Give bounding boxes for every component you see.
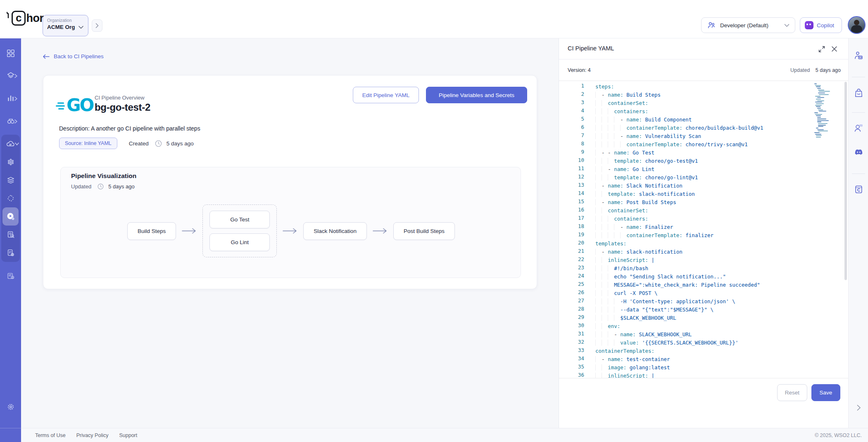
- footer-link-privacy[interactable]: Privacy Policy: [76, 432, 109, 438]
- sidebar-item-ci-pipelines[interactable]: [2, 207, 19, 226]
- sidebar-item-test-reports[interactable]: [1, 226, 20, 244]
- sidebar-item-overview[interactable]: [0, 44, 21, 62]
- sidebar-item-automations[interactable]: [1, 153, 20, 171]
- binoculars-icon: [6, 116, 15, 126]
- rail-divider: [852, 77, 865, 77]
- role-selector[interactable]: Developer (Default): [701, 17, 795, 33]
- footer-copyright: © 2025, WSO2 LLC.: [815, 432, 862, 438]
- users-icon: [707, 21, 716, 30]
- rail-item-choreo-docs[interactable]: [849, 181, 868, 197]
- updated-label: Updated: [71, 183, 91, 190]
- copilot-label: Copilot: [817, 22, 834, 29]
- go-logo: GO: [56, 95, 93, 115]
- grid-icon: [6, 49, 15, 58]
- close-icon[interactable]: [831, 46, 837, 52]
- rail-item-marketplace[interactable]: [849, 85, 868, 101]
- yaml-panel-title: CI Pipeline YAML: [568, 45, 614, 52]
- created-value: 5 days ago: [166, 140, 194, 147]
- fullscreen-icon[interactable]: [818, 46, 825, 52]
- rail-item-discord[interactable]: [849, 144, 868, 160]
- pipeline-overview-card: GO CI Pipeline Overview bg-go-test-2 Edi…: [43, 75, 537, 289]
- dots-cluster-icon: [6, 157, 15, 166]
- chevron-down-icon: [15, 143, 19, 145]
- role-value: Developer (Default): [720, 22, 780, 29]
- flow-node-go-lint[interactable]: Go Lint: [209, 233, 270, 251]
- sidebar-item-devops[interactable]: [1, 135, 20, 153]
- yaml-updated-label: Updated: [790, 67, 810, 73]
- bar-chart-icon: [6, 94, 15, 103]
- editor-code-content[interactable]: steps: - name: Build Steps containerSet:…: [595, 83, 763, 378]
- created-label: Created: [129, 140, 149, 147]
- yaml-version: Version: 4: [568, 67, 591, 73]
- editor-line-numbers: 1234567891011121314151617181920212223242…: [559, 83, 584, 378]
- logo-mark: c: [12, 11, 26, 26]
- clock-icon: [155, 140, 162, 147]
- flow-node-post-build-steps[interactable]: Post Build Steps: [393, 222, 455, 240]
- pipeline-flow-diagram: Build Steps Go Test Go Lint Slack Notifi…: [61, 194, 521, 268]
- flow-node-build-steps[interactable]: Build Steps: [127, 222, 176, 240]
- play-circle-icon: [6, 211, 16, 221]
- sidebar-item-settings[interactable]: [0, 398, 21, 416]
- rail-expand-button[interactable]: [849, 401, 868, 414]
- flow-arrow-icon: [373, 228, 388, 234]
- user-avatar[interactable]: [848, 16, 866, 34]
- chevron-down-icon: [78, 26, 83, 29]
- scrollbar-thumb[interactable]: [844, 82, 847, 280]
- editor-scrollbar[interactable]: [844, 82, 847, 377]
- yaml-updated-value: 5 days ago: [816, 67, 841, 73]
- editor-minimap[interactable]: [814, 83, 829, 138]
- gear-icon: [6, 402, 15, 411]
- app-root: choreo Organization ACME Org Developer (…: [0, 0, 868, 442]
- flow-node-slack-notification[interactable]: Slack Notification: [303, 222, 367, 240]
- clipboard-clock-icon: [6, 271, 15, 280]
- pipeline-variables-secrets-button[interactable]: Pipeline Variables and Secrets: [426, 87, 527, 103]
- sidebar-item-discover[interactable]: [0, 112, 21, 130]
- document-gear-icon: [6, 248, 15, 257]
- back-to-ci-pipelines-link[interactable]: Back to CI Pipelines: [43, 53, 104, 59]
- sidebar-item-audit-logs[interactable]: [0, 267, 21, 285]
- sidebar-item-components[interactable]: [0, 67, 21, 85]
- chevron-right-icon: [14, 119, 17, 124]
- right-rail: [848, 38, 868, 428]
- yaml-code-editor[interactable]: 1234567891011121314151617181920212223242…: [559, 81, 849, 378]
- document-check-search-icon: [6, 230, 15, 239]
- chevron-right-icon: [856, 404, 861, 411]
- reset-button[interactable]: Reset: [777, 384, 807, 401]
- layers-diamond-icon: [6, 71, 15, 80]
- source-badge: Source: Inline YAML: [59, 138, 117, 149]
- go-logo-text: GO: [67, 97, 93, 114]
- sidebar-devops-group: [1, 135, 20, 262]
- sidebar-divider: [0, 428, 21, 428]
- arrow-left-icon: [43, 54, 50, 59]
- sidebar-item-observability[interactable]: [0, 89, 21, 107]
- organization-label: Organization: [47, 18, 84, 23]
- footer-link-terms[interactable]: Terms of Use: [35, 432, 66, 438]
- choreo-doc-icon: [854, 184, 864, 195]
- organization-selector[interactable]: Organization ACME Org: [43, 15, 88, 36]
- save-button[interactable]: Save: [811, 384, 840, 401]
- chevron-right-icon: [95, 23, 99, 28]
- sidebar-item-sync[interactable]: [1, 189, 20, 207]
- chevron-right-icon: [14, 74, 17, 78]
- dotted-diamond-icon: [6, 194, 15, 203]
- sidebar-item-stacks[interactable]: [1, 171, 20, 189]
- copilot-button[interactable]: Copilot: [800, 17, 842, 33]
- panel-divider: [559, 59, 849, 59]
- chevron-down-icon: [784, 24, 790, 27]
- breadcrumb-next-button[interactable]: [92, 19, 102, 32]
- rail-item-developer-portal[interactable]: [849, 48, 868, 64]
- rail-divider: [852, 112, 865, 113]
- rail-divider: [852, 173, 865, 174]
- back-link-label: Back to CI Pipelines: [54, 53, 104, 59]
- discord-icon: [853, 147, 864, 158]
- flow-node-go-test[interactable]: Go Test: [209, 211, 270, 228]
- sidebar-item-build-configs[interactable]: [1, 244, 20, 262]
- footer-link-support[interactable]: Support: [119, 432, 137, 438]
- cloud-icon: [6, 139, 15, 149]
- copilot-icon: [805, 21, 813, 29]
- go-logo-speed-lines: [56, 102, 65, 109]
- flow-arrow-icon: [283, 228, 297, 234]
- rail-item-feedback[interactable]: [849, 120, 868, 136]
- edit-pipeline-yaml-button[interactable]: Edit Pipeline YAML: [353, 87, 419, 103]
- top-header: choreo Organization ACME Org Developer (…: [0, 0, 868, 38]
